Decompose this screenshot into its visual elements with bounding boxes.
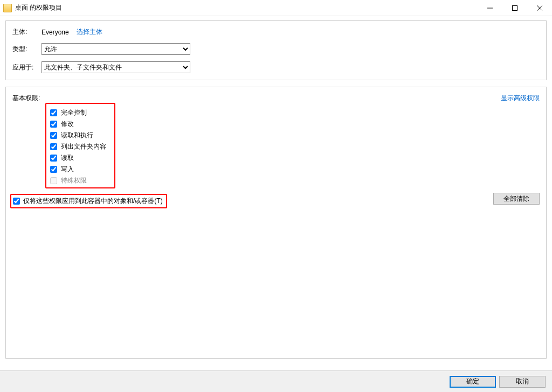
cancel-button[interactable]: 取消 bbox=[499, 376, 546, 388]
apply-only-checkbox[interactable] bbox=[13, 198, 20, 205]
svg-rect-1 bbox=[513, 5, 518, 10]
select-principal-link[interactable]: 选择主体 bbox=[77, 27, 102, 37]
type-label: 类型: bbox=[12, 45, 42, 54]
minimize-button[interactable] bbox=[478, 0, 502, 16]
applyto-select[interactable]: 此文件夹、子文件夹和文件 bbox=[42, 61, 190, 73]
principal-label: 主体: bbox=[12, 27, 42, 37]
permission-item: 读取和执行 bbox=[50, 130, 540, 141]
basic-permissions-label: 基本权限: bbox=[12, 94, 40, 103]
type-select[interactable]: 允许 bbox=[42, 43, 190, 55]
permission-item: 修改 bbox=[50, 118, 540, 130]
ok-button[interactable]: 确定 bbox=[450, 376, 496, 388]
applyto-label: 应用于: bbox=[12, 63, 42, 72]
clear-all-button[interactable]: 全部清除 bbox=[493, 193, 540, 205]
maximize-button[interactable] bbox=[502, 0, 527, 16]
highlight-box-permissions bbox=[45, 103, 115, 188]
show-advanced-link[interactable]: 显示高级权限 bbox=[501, 94, 540, 103]
permission-item: 写入 bbox=[50, 164, 540, 175]
permission-item: 特殊权限 bbox=[50, 175, 540, 186]
principal-panel: 主体: Everyone 选择主体 类型: 允许 应用于: 此文件夹、子文件夹和… bbox=[5, 20, 547, 80]
permission-item: 列出文件夹内容 bbox=[50, 141, 540, 152]
permission-item: 读取 bbox=[50, 152, 540, 164]
principal-name: Everyone bbox=[42, 29, 69, 36]
title-bar: 桌面 的权限项目 bbox=[0, 0, 552, 16]
permission-item: 完全控制 bbox=[50, 107, 540, 118]
permissions-list: 完全控制修改读取和执行列出文件夹内容读取写入特殊权限 bbox=[50, 107, 540, 186]
dialog-footer: 确定 取消 bbox=[0, 370, 552, 392]
folder-icon bbox=[3, 4, 12, 12]
apply-only-label: 仅将这些权限应用到此容器中的对象和/或容器(T) bbox=[23, 197, 163, 206]
close-button[interactable] bbox=[527, 0, 552, 16]
highlight-box-apply-only: 仅将这些权限应用到此容器中的对象和/或容器(T) bbox=[10, 194, 167, 208]
window-title: 桌面 的权限项目 bbox=[15, 3, 62, 12]
permissions-panel: 基本权限: 显示高级权限 完全控制修改读取和执行列出文件夹内容读取写入特殊权限 … bbox=[5, 87, 547, 359]
